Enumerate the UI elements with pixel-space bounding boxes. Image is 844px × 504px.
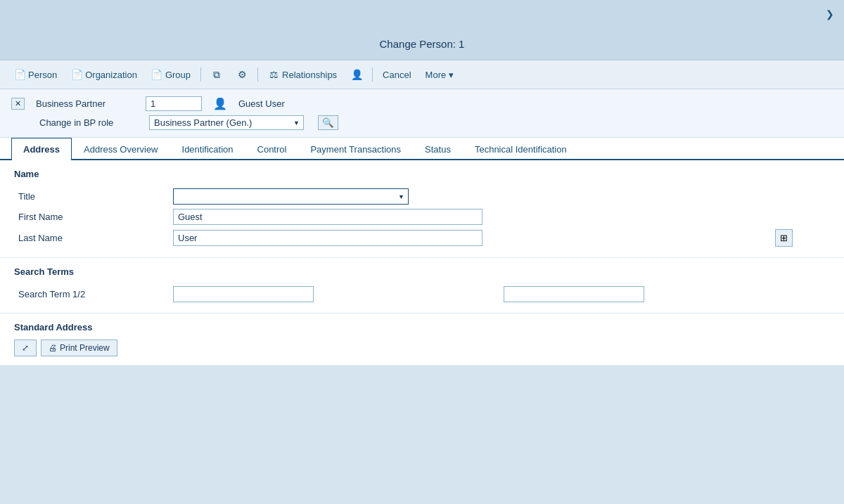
search-terms-title: Search Terms (14, 266, 830, 277)
title-dropdown-wrapper: Mr. Ms. Dr. (173, 188, 409, 205)
title-row: Title Mr. Ms. Dr. (14, 186, 830, 207)
toolbar-relationships-label: Relationships (282, 70, 337, 80)
print-preview-label: Print Preview (60, 343, 110, 353)
search-term-label: Search Term 1/2 (14, 284, 169, 304)
copy-icon: ⧉ (211, 69, 222, 80)
user-avatar-icon: 👤 (213, 97, 227, 110)
search-terms-table: Search Term 1/2 (14, 284, 830, 304)
name-section: Name Title Mr. Ms. Dr. Fir (0, 160, 844, 258)
toolbar-divider-2 (257, 67, 258, 82)
toolbar-item-cancel[interactable]: Cancel (377, 67, 416, 83)
chevron-right-icon[interactable]: ❯ (823, 7, 837, 21)
toolbar: 📄 Person 📄 Organization 📄 Group ⧉ ⚙ ⚖ Re… (0, 60, 844, 89)
standard-address-actions: ⤢ 🖨 Print Preview (14, 340, 830, 356)
relationships-icon: ⚖ (268, 69, 279, 80)
search-term-input-1[interactable] (173, 286, 314, 302)
form-header: ✕ Business Partner 1 👤 Guest User Change… (0, 89, 844, 138)
user-label: Guest User (238, 98, 285, 109)
toolbar-divider-3 (372, 67, 373, 82)
title-dropdown[interactable]: Mr. Ms. Dr. (173, 188, 409, 205)
tab-technical-identification[interactable]: Technical Identification (463, 138, 579, 160)
tab-address-overview[interactable]: Address Overview (72, 138, 170, 160)
expand-button[interactable]: ⤢ (14, 340, 37, 356)
group-doc-icon: 📄 (151, 69, 162, 80)
tabs-bar: Address Address Overview Identification … (0, 138, 844, 160)
toolbar-item-user[interactable]: 👤 (345, 66, 368, 83)
last-name-row: Last Name ⊞ (14, 227, 830, 249)
toolbar-item-settings[interactable]: ⚙ (231, 66, 253, 83)
toolbar-divider-1 (200, 67, 201, 82)
toolbar-person-label: Person (28, 70, 57, 80)
name-section-title: Name (14, 169, 830, 179)
title-bar: Change Person: 1 (0, 28, 844, 60)
toolbar-group-label: Group (165, 70, 191, 80)
tab-identification[interactable]: Identification (170, 138, 245, 160)
role-dropdown-wrapper: Business Partner (Gen.) (149, 115, 304, 130)
toolbar-cancel-label: Cancel (383, 70, 411, 80)
standard-address-section: Standard Address ⤢ 🖨 Print Preview (0, 314, 844, 366)
role-dropdown[interactable]: Business Partner (Gen.) (149, 115, 304, 130)
toolbar-item-more[interactable]: More ▾ (420, 67, 459, 83)
name-format-button[interactable]: ⊞ (775, 229, 793, 247)
person-doc-icon: 📄 (14, 69, 25, 80)
main-content: Address Address Overview Identification … (0, 138, 844, 366)
tab-control[interactable]: Control (245, 138, 299, 160)
first-name-input[interactable] (173, 209, 482, 225)
role-search-button[interactable]: 🔍 (318, 115, 338, 130)
printer-icon: 🖨 (49, 343, 57, 353)
name-format-icon: ⊞ (780, 233, 788, 243)
bp-label: Business Partner (36, 98, 134, 109)
search-icon: 🔍 (322, 117, 334, 128)
page-title: Change Person: 1 (380, 38, 465, 50)
expand-icon: ⤢ (22, 343, 29, 353)
toolbar-item-copy[interactable]: ⧉ (205, 66, 228, 83)
top-bar: ❯ (0, 0, 844, 28)
tab-payment-transactions[interactable]: Payment Transactions (298, 138, 413, 160)
toolbar-item-relationships[interactable]: ⚖ Relationships (262, 66, 343, 83)
toolbar-item-organization[interactable]: 📄 Organization (65, 66, 143, 83)
name-fields-table: Title Mr. Ms. Dr. First Name (14, 186, 830, 249)
toolbar-organization-label: Organization (85, 70, 137, 80)
bp-value-field[interactable]: 1 (146, 96, 202, 111)
close-button[interactable]: ✕ (11, 98, 25, 110)
settings-icon: ⚙ (236, 69, 248, 80)
toolbar-item-group[interactable]: 📄 Group (146, 66, 196, 83)
tab-address[interactable]: Address (11, 138, 72, 160)
org-doc-icon: 📄 (71, 69, 82, 80)
tab-status[interactable]: Status (413, 138, 463, 160)
print-preview-button[interactable]: 🖨 Print Preview (41, 340, 117, 356)
search-term-row: Search Term 1/2 (14, 284, 830, 304)
toolbar-item-person[interactable]: 📄 Person (8, 66, 63, 83)
first-name-row: First Name (14, 207, 830, 227)
toolbar-more-label: More ▾ (426, 70, 454, 80)
last-name-input[interactable] (173, 230, 482, 246)
search-terms-section: Search Terms Search Term 1/2 (0, 258, 844, 314)
role-label: Change in BP role (39, 117, 138, 128)
search-term-input-2[interactable] (504, 286, 644, 302)
first-name-label: First Name (14, 207, 169, 227)
standard-address-title: Standard Address (14, 322, 830, 332)
title-label: Title (14, 186, 169, 207)
user-icon: 👤 (351, 69, 362, 80)
last-name-label: Last Name (14, 227, 169, 249)
